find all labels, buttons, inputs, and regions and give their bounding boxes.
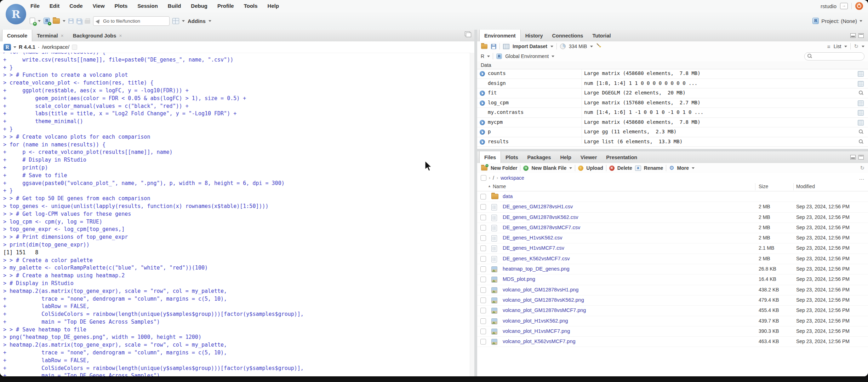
save-all-icon[interactable] bbox=[76, 18, 82, 24]
upload-button[interactable]: Upload bbox=[586, 165, 603, 171]
project-selector[interactable]: R Project: (None) bbox=[812, 12, 862, 30]
menu-file[interactable]: File bbox=[25, 0, 45, 12]
new-project-icon[interactable]: R bbox=[44, 18, 50, 24]
import-dataset-caret-icon[interactable] bbox=[550, 46, 553, 47]
file-name[interactable]: volcano_plot_GM12878vsMCF7.png bbox=[503, 307, 586, 313]
file-checkbox[interactable] bbox=[480, 256, 486, 262]
file-checkbox[interactable] bbox=[480, 329, 486, 334]
print-icon[interactable] bbox=[85, 20, 90, 24]
close-icon[interactable]: × bbox=[61, 33, 64, 39]
expand-icon[interactable] bbox=[480, 71, 485, 76]
import-dataset-button[interactable]: Import Dataset bbox=[513, 44, 547, 49]
column-modified[interactable]: Modified bbox=[796, 184, 815, 189]
environment-entry[interactable]: fitLarge DGEGLM (22 elements, 20 MB) bbox=[477, 88, 868, 98]
new-folder-icon[interactable] bbox=[481, 166, 487, 170]
upload-icon[interactable] bbox=[578, 166, 583, 171]
folder-name[interactable]: data bbox=[503, 193, 513, 199]
view-table-icon[interactable] bbox=[858, 81, 864, 87]
file-row[interactable]: DE_genes_K562vsMCF7.csv2 MBSep 23, 2024,… bbox=[477, 254, 868, 264]
file-checkbox[interactable] bbox=[480, 277, 486, 282]
file-name[interactable]: volcano_plot_GM12878vsH1.png bbox=[503, 287, 578, 293]
r-version-caret-icon[interactable] bbox=[13, 46, 16, 48]
file-name[interactable]: volcano_plot_H1vsK562.png bbox=[503, 318, 568, 324]
menu-view[interactable]: View bbox=[88, 0, 110, 12]
new-file-caret-icon[interactable] bbox=[38, 20, 41, 22]
environment-entry[interactable]: countsLarge matrix (458680 elements, 7.8… bbox=[477, 69, 868, 79]
minimize-panel-icon[interactable] bbox=[850, 33, 856, 38]
file-row[interactable]: volcano_plot_GM12878vsH1.png438.2 KBSep … bbox=[477, 285, 868, 295]
file-row[interactable]: volcano_plot_H1vsMCF7.png390.3 KBSep 23,… bbox=[477, 326, 868, 337]
addins-caret-icon[interactable] bbox=[209, 20, 211, 22]
file-name[interactable]: DE_genes_K562vsMCF7.csv bbox=[503, 256, 570, 261]
goto-file-function-input[interactable]: Go to file/function bbox=[93, 16, 170, 26]
maximize-panel-icon[interactable] bbox=[858, 33, 864, 38]
more-caret-icon[interactable] bbox=[692, 167, 695, 169]
new-blank-file-button[interactable]: New Blank File bbox=[531, 165, 566, 171]
console-scrollbar[interactable] bbox=[470, 53, 474, 376]
file-name[interactable]: DE_genes_GM12878vsK562.csv bbox=[503, 214, 578, 220]
file-checkbox[interactable] bbox=[480, 287, 486, 293]
file-name[interactable]: MDS_plot.png bbox=[503, 276, 535, 282]
file-checkbox[interactable] bbox=[480, 339, 486, 345]
path-ellipsis-button[interactable]: ... bbox=[859, 175, 864, 181]
tab-files[interactable]: Files bbox=[479, 151, 501, 163]
tab-presentation[interactable]: Presentation bbox=[601, 151, 642, 163]
file-row[interactable]: volcano_plot_GM12878vsMCF7.png455.4 KBSe… bbox=[477, 306, 868, 316]
refresh-caret-icon[interactable] bbox=[862, 46, 864, 47]
file-name[interactable]: DE_genes_GM12878vsMCF7.csv bbox=[503, 225, 580, 230]
sort-ascending-icon[interactable]: ▲ bbox=[488, 184, 491, 188]
file-row[interactable]: DE_genes_H1vsK562.csv2 MBSep 23, 2024, 1… bbox=[477, 233, 868, 243]
file-row[interactable]: DE_genes_GM12878vsK562.csv2 MBSep 23, 20… bbox=[477, 213, 868, 223]
menu-help[interactable]: Help bbox=[263, 0, 284, 12]
maximize-panel-icon[interactable] bbox=[858, 155, 864, 160]
view-table-icon[interactable] bbox=[858, 71, 864, 77]
clear-objects-icon[interactable] bbox=[596, 43, 602, 50]
file-checkbox[interactable] bbox=[480, 204, 486, 210]
file-row[interactable]: MDS_plot.png16.4 KBSep 23, 2024, 12:56 P… bbox=[477, 274, 868, 285]
refresh-icon[interactable]: ↻ bbox=[854, 44, 858, 49]
file-row[interactable]: volcano_plot_GM12878vsK562.png479.4 KBSe… bbox=[477, 295, 868, 306]
file-row[interactable]: volcano_plot_H1vsK562.png439.7 KBSep 23,… bbox=[477, 316, 868, 326]
environment-scope-selector[interactable]: Global Environment bbox=[505, 53, 549, 59]
inspect-icon[interactable] bbox=[859, 129, 864, 134]
menu-session[interactable]: Session bbox=[132, 0, 163, 12]
expand-icon[interactable] bbox=[480, 91, 485, 96]
delete-button[interactable]: Delete bbox=[617, 165, 632, 171]
file-checkbox[interactable] bbox=[480, 245, 486, 251]
panes-caret-icon[interactable] bbox=[182, 20, 185, 22]
workspace-panes-icon[interactable] bbox=[172, 18, 179, 24]
menu-plots[interactable]: Plots bbox=[110, 0, 133, 12]
tab-help[interactable]: Help bbox=[555, 151, 576, 163]
new-blank-file-caret-icon[interactable] bbox=[569, 167, 572, 169]
load-workspace-icon[interactable] bbox=[481, 44, 487, 49]
tab-background-jobs[interactable]: Background Jobs× bbox=[68, 30, 127, 41]
file-checkbox[interactable] bbox=[480, 225, 486, 231]
new-file-icon[interactable] bbox=[30, 18, 35, 24]
tab-connections[interactable]: Connections bbox=[548, 30, 588, 41]
save-icon[interactable] bbox=[68, 18, 74, 24]
file-row[interactable]: DE_genes_GM12878vsH1.csv2 MBSep 23, 2024… bbox=[477, 202, 868, 212]
file-name[interactable]: volcano_plot_H1vsMCF7.png bbox=[503, 328, 570, 334]
refresh-icon[interactable]: ↻ bbox=[860, 166, 864, 170]
menu-edit[interactable]: Edit bbox=[45, 0, 64, 12]
view-table-icon[interactable] bbox=[858, 120, 864, 126]
file-name[interactable]: DE_genes_H1vsK562.csv bbox=[503, 235, 562, 241]
menu-build[interactable]: Build bbox=[163, 0, 186, 12]
list-view-button[interactable]: List bbox=[834, 44, 841, 49]
addins-button[interactable]: Addins bbox=[188, 18, 206, 24]
language-selector[interactable]: R bbox=[481, 53, 484, 59]
file-row[interactable]: DE_genes_H1vsMCF7.csv2.1 MBSep 23, 2024,… bbox=[477, 243, 868, 254]
environment-entry[interactable]: pLarge gg (11 elements, 2.3 MB) bbox=[477, 127, 868, 137]
menu-debug[interactable]: Debug bbox=[186, 0, 212, 12]
list-view-caret-icon[interactable] bbox=[844, 46, 847, 47]
tab-packages[interactable]: Packages bbox=[523, 151, 556, 163]
file-checkbox[interactable] bbox=[480, 194, 486, 199]
file-checkbox[interactable] bbox=[480, 215, 486, 220]
select-all-checkbox[interactable] bbox=[481, 175, 486, 181]
file-checkbox[interactable] bbox=[480, 266, 486, 272]
column-name[interactable]: Name bbox=[493, 184, 506, 189]
new-folder-button[interactable]: New Folder bbox=[491, 165, 517, 171]
environment-entry[interactable]: mycpmLarge matrix (458680 elements, 7.8 … bbox=[477, 118, 868, 128]
rename-icon[interactable] bbox=[635, 166, 641, 171]
environment-entry[interactable]: designnum [1:8, 1:4] 1 1 0 0 0 0 0 0 0 0… bbox=[477, 79, 868, 89]
